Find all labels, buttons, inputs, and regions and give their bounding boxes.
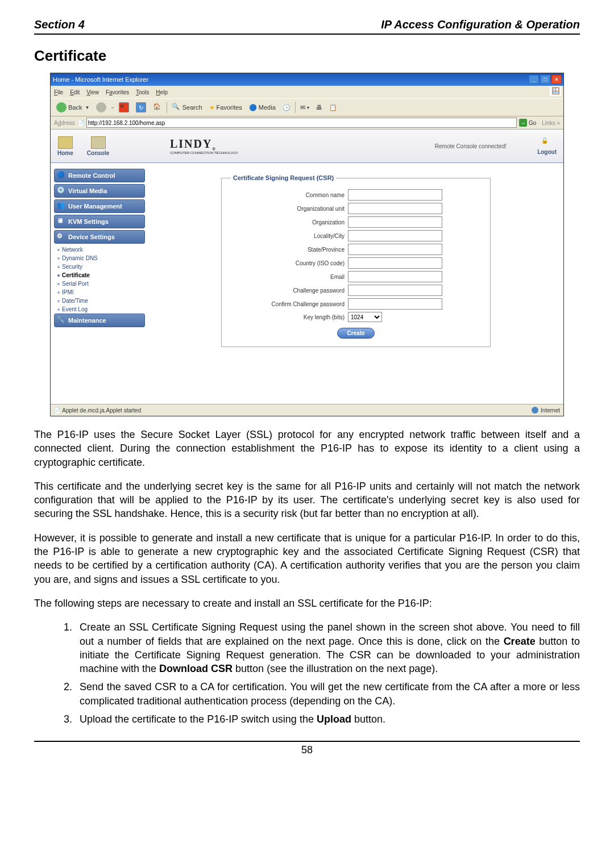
- stop-icon: ✕: [119, 102, 129, 112]
- ie-page-icon: 📄: [77, 120, 84, 126]
- sidebar-sub-event-log[interactable]: Event Log: [54, 305, 145, 314]
- sidebar-sub-ipmi[interactable]: IPMI: [54, 288, 145, 297]
- user-management-icon: 👥: [57, 202, 66, 211]
- ie-addressbar: Address 📄 →Go Links »: [51, 116, 563, 130]
- menu-edit[interactable]: Edit: [70, 89, 80, 95]
- discuss-icon: 📋: [329, 104, 337, 111]
- home-button[interactable]: 🏠: [151, 102, 164, 113]
- ie-titlebar: Home - Microsoft Internet Explorer _ □ ×: [51, 73, 563, 86]
- label-common-name: Common name: [231, 192, 348, 198]
- mail-button[interactable]: ✉▾: [298, 103, 312, 112]
- step-1: Create an SSL Certificate Signing Reques…: [75, 620, 580, 675]
- input-state[interactable]: [348, 244, 442, 255]
- refresh-button[interactable]: ↻: [134, 101, 148, 114]
- home-link[interactable]: Home: [57, 136, 73, 156]
- console-link-icon: [91, 136, 106, 149]
- label-challenge: Challenge password: [231, 287, 348, 294]
- sidebar-sub-network[interactable]: Network: [54, 245, 145, 254]
- create-button[interactable]: Create: [337, 328, 374, 339]
- sidebar-sub-date-time[interactable]: Date/Time: [54, 297, 145, 305]
- maintenance-icon: 🔧: [57, 316, 66, 325]
- window-title: Home - Microsoft Internet Explorer: [53, 76, 148, 83]
- minimize-button[interactable]: _: [529, 75, 539, 84]
- select-keylen[interactable]: 1024: [348, 312, 382, 322]
- media-button[interactable]: 🔵Media: [247, 103, 278, 112]
- sidebar-device-settings[interactable]: ⚙Device Settings: [54, 230, 145, 244]
- history-button[interactable]: 🕓: [280, 103, 293, 112]
- ie-menubar: File Edit View Favorites Tools Help: [51, 86, 563, 98]
- label-locality: Locality/City: [231, 233, 348, 239]
- ie-statusbar: 📄 Applet de.mcd.ja.Applet started Intern…: [51, 404, 563, 416]
- home-link-icon: [58, 136, 73, 149]
- sidebar-user-management[interactable]: 👥User Management: [54, 199, 145, 213]
- ie-logo-icon: 🪟: [550, 86, 561, 96]
- input-org[interactable]: [348, 216, 442, 228]
- brand-logo: LINDY®COMPUTER CONNECTION TECHNOLOGY: [170, 137, 238, 155]
- menu-favorites[interactable]: Favorites: [106, 89, 129, 95]
- input-org-unit[interactable]: [348, 203, 442, 214]
- paragraph-3: However, it is possible to generate and …: [34, 531, 580, 586]
- status-text: Applet de.mcd.ja.Applet started: [62, 407, 141, 414]
- forward-button[interactable]: [94, 101, 109, 114]
- print-button[interactable]: 🖶: [314, 103, 325, 112]
- step-2: Send the saved CSR to a CA for certifica…: [75, 680, 580, 708]
- steps-list: Create an SSL Certificate Signing Reques…: [34, 620, 580, 726]
- media-icon: 🔵: [249, 104, 257, 111]
- sidebar: 🔵Remote Control 💿Virtual Media 👥User Man…: [51, 163, 148, 404]
- label-email: Email: [231, 274, 348, 280]
- forward-icon: [96, 102, 106, 112]
- sidebar-sub-serial-port[interactable]: Serial Port: [54, 279, 145, 288]
- print-icon: 🖶: [316, 104, 322, 111]
- page-number: 58: [34, 741, 580, 756]
- menu-view[interactable]: View: [86, 89, 99, 95]
- console-status: Remote Console connected!: [435, 143, 507, 149]
- back-icon: [56, 102, 67, 112]
- address-label: Address: [54, 120, 75, 126]
- input-locality[interactable]: [348, 230, 442, 241]
- logout-icon: 🔓: [541, 137, 553, 148]
- globe-icon: [532, 407, 538, 414]
- sidebar-virtual-media[interactable]: 💿Virtual Media: [54, 184, 145, 198]
- input-challenge[interactable]: [348, 285, 442, 296]
- paragraph-4: The following steps are necessary to cre…: [34, 596, 580, 610]
- menu-file[interactable]: File: [54, 89, 63, 95]
- star-icon: ★: [209, 104, 215, 111]
- zone-text: Internet: [541, 407, 560, 414]
- sidebar-kvm-settings[interactable]: 🖥KVM Settings: [54, 215, 145, 228]
- links-label[interactable]: Links »: [542, 120, 560, 126]
- url-input[interactable]: [86, 118, 517, 128]
- sidebar-sub-certificate[interactable]: Certificate: [54, 271, 145, 279]
- go-button[interactable]: →Go: [519, 119, 536, 127]
- input-confirm[interactable]: [348, 298, 442, 310]
- go-icon: →: [519, 119, 527, 127]
- paragraph-2: This certificate and the underlying secr…: [34, 479, 580, 521]
- input-email[interactable]: [348, 271, 442, 282]
- step-3: Upload the certificate to the P16-IP swi…: [75, 712, 580, 726]
- applet-icon: 📄: [54, 407, 61, 414]
- label-keylen: Key length (bits): [231, 314, 348, 320]
- sidebar-sub-security[interactable]: Security: [54, 262, 145, 271]
- input-country[interactable]: [348, 257, 442, 269]
- console-link[interactable]: Console: [87, 136, 109, 156]
- sidebar-remote-control[interactable]: 🔵Remote Control: [54, 169, 145, 182]
- search-icon: 🔍: [172, 103, 181, 112]
- close-button[interactable]: ×: [551, 75, 562, 84]
- favorites-button[interactable]: ★Favorites: [207, 103, 244, 112]
- main-content: Certificate Signing Request (CSR) Common…: [148, 163, 563, 404]
- logout-link[interactable]: 🔓Logout: [537, 137, 557, 155]
- discuss-button[interactable]: 📋: [327, 103, 339, 112]
- input-common-name[interactable]: [348, 189, 442, 201]
- menu-tools[interactable]: Tools: [136, 89, 149, 95]
- menu-help[interactable]: Help: [156, 89, 168, 95]
- maximize-button[interactable]: □: [540, 75, 550, 84]
- label-confirm: Confirm Challenge password: [231, 301, 348, 307]
- sidebar-maintenance[interactable]: 🔧Maintenance: [54, 314, 145, 327]
- home-icon: 🏠: [153, 103, 162, 112]
- sidebar-sub-dynamic-dns[interactable]: Dynamic DNS: [54, 254, 145, 262]
- refresh-icon: ↻: [136, 102, 146, 112]
- stop-button[interactable]: ✕: [117, 101, 131, 114]
- back-button[interactable]: Back▼: [54, 101, 92, 114]
- paragraph-1: The P16-IP uses the Secure Socket Layer …: [34, 428, 580, 469]
- search-button[interactable]: 🔍Search: [169, 102, 205, 113]
- csr-fieldset: Certificate Signing Request (CSR) Common…: [221, 174, 491, 347]
